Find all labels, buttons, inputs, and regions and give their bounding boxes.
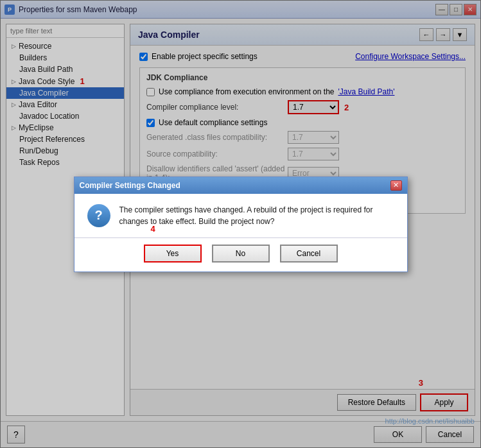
modal-title-bar: Compiler Settings Changed ✕ [74, 177, 407, 194]
modal-dialog: Compiler Settings Changed ✕ ? The compil… [74, 177, 408, 272]
modal-body: ? The compiler settings have changed. A … [74, 194, 407, 237]
marker-4: 4 [151, 224, 155, 234]
modal-icon: ? [87, 204, 110, 227]
modal-cancel-button[interactable]: Cancel [280, 245, 338, 263]
modal-buttons: 4 Yes No Cancel [74, 237, 407, 271]
modal-close-button[interactable]: ✕ [390, 180, 402, 191]
modal-message: The compiler settings have changed. A re… [119, 204, 373, 227]
modal-no-button[interactable]: No [212, 245, 270, 263]
modal-yes-button[interactable]: Yes [144, 245, 202, 263]
modal-overlay: Compiler Settings Changed ✕ ? The compil… [0, 0, 481, 448]
modal-title-text: Compiler Settings Changed [80, 181, 180, 190]
